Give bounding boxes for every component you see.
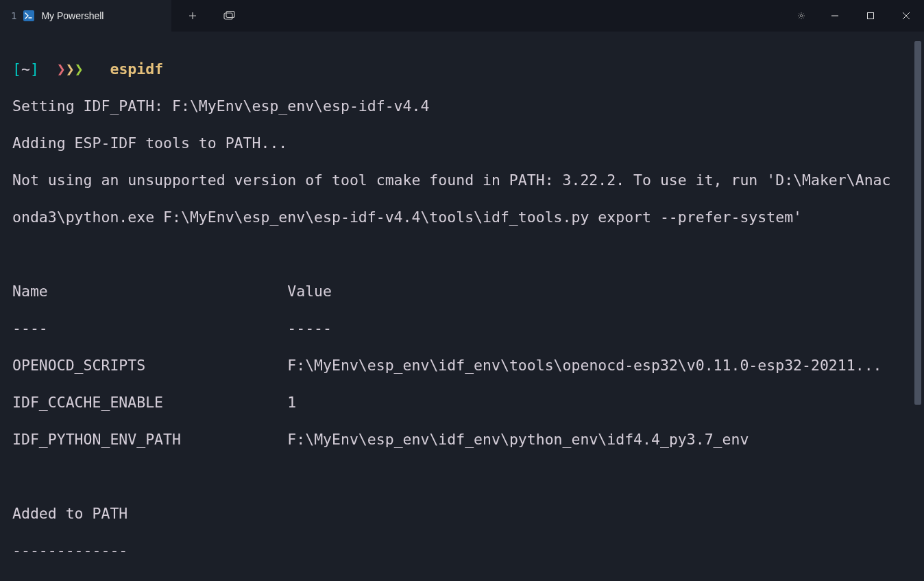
new-tab-button[interactable] xyxy=(177,0,208,32)
scrollbar-thumb[interactable] xyxy=(914,41,921,405)
titlebar-drag-region[interactable] xyxy=(251,0,786,32)
prompt-line: [~] ❯❯❯ espidf xyxy=(12,60,924,78)
path-line: F:\MyEnv\esp_env\esp-idf-v4.4\components… xyxy=(12,578,924,581)
tab-title: My Powershell xyxy=(41,10,104,21)
powershell-icon xyxy=(23,10,34,21)
section-header: Added to PATH xyxy=(12,504,924,523)
output-line: onda3\python.exe F:\MyEnv\esp_env\esp-id… xyxy=(12,208,924,226)
table-header: Name Value xyxy=(12,282,924,300)
output-line: Setting IDF_PATH: F:\MyEnv\esp_env\esp-i… xyxy=(12,97,924,115)
table-row: IDF_PYTHON_ENV_PATH F:\MyEnv\esp_env\idf… xyxy=(12,430,924,449)
tab-index: 1 xyxy=(11,10,16,21)
section-underline: ------------- xyxy=(12,541,924,560)
terminal-pane[interactable]: [~] ❯❯❯ espidf Setting IDF_PATH: F:\MyEn… xyxy=(0,32,924,581)
window-controls xyxy=(786,0,924,32)
maximize-button[interactable] xyxy=(853,0,888,32)
prompt-open: [ xyxy=(12,60,21,78)
svg-rect-1 xyxy=(224,13,232,19)
minimize-button[interactable] xyxy=(817,0,853,32)
svg-rect-0 xyxy=(23,10,34,21)
tab-actions xyxy=(171,0,251,32)
active-tab[interactable]: 1 My Powershell xyxy=(0,0,171,32)
command-input: espidf xyxy=(110,60,163,78)
output-line: Adding ESP-IDF tools to PATH... xyxy=(12,134,924,152)
prompt-path: ~ xyxy=(21,60,30,78)
titlebar: 1 My Powershell xyxy=(0,0,924,32)
settings-button[interactable] xyxy=(786,0,817,32)
table-row: IDF_CCACHE_ENABLE 1 xyxy=(12,393,924,412)
output-line: Not using an unsupported version of tool… xyxy=(12,171,924,189)
svg-rect-4 xyxy=(868,13,874,19)
tabs-overview-button[interactable] xyxy=(214,0,245,32)
table-row: OPENOCD_SCRIPTS F:\MyEnv\esp_env\idf_env… xyxy=(12,356,924,375)
svg-rect-2 xyxy=(226,12,234,18)
table-underline: ---- ----- xyxy=(12,319,924,337)
close-button[interactable] xyxy=(888,0,924,32)
svg-point-3 xyxy=(800,14,802,16)
prompt-close: ] xyxy=(30,60,39,78)
